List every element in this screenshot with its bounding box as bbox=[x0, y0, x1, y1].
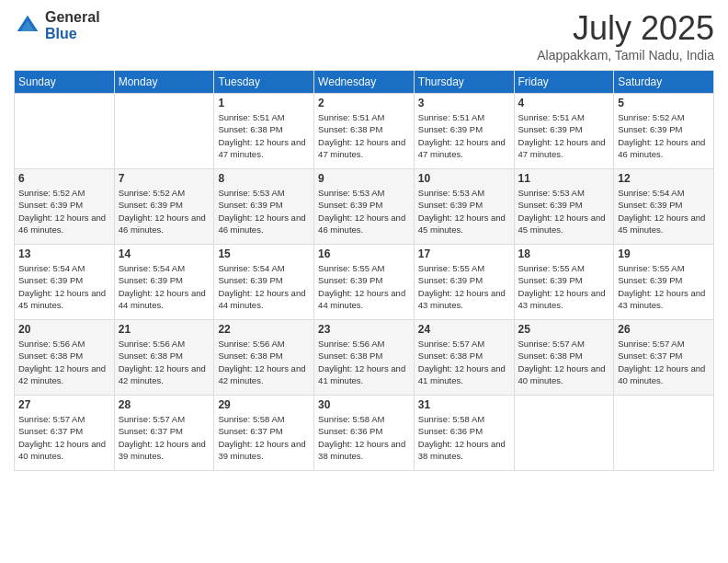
table-row: 1 Sunrise: 5:51 AMSunset: 6:38 PMDayligh… bbox=[214, 94, 314, 169]
day-number: 18 bbox=[518, 247, 610, 260]
location-subtitle: Alappakkam, Tamil Nadu, India bbox=[537, 48, 714, 63]
table-row: 19 Sunrise: 5:55 AMSunset: 6:39 PMDaylig… bbox=[614, 245, 714, 320]
logo-text: General Blue bbox=[45, 9, 100, 41]
table-row: 5 Sunrise: 5:52 AMSunset: 6:39 PMDayligh… bbox=[614, 94, 714, 169]
header-thursday: Thursday bbox=[414, 71, 514, 94]
day-number: 26 bbox=[618, 323, 710, 336]
day-info: Sunrise: 5:56 AMSunset: 6:38 PMDaylight:… bbox=[318, 338, 410, 386]
table-row: 3 Sunrise: 5:51 AMSunset: 6:39 PMDayligh… bbox=[414, 94, 514, 169]
table-row: 27 Sunrise: 5:57 AMSunset: 6:37 PMDaylig… bbox=[15, 396, 115, 471]
month-year-title: July 2025 bbox=[537, 9, 714, 48]
day-info: Sunrise: 5:54 AMSunset: 6:39 PMDaylight:… bbox=[218, 262, 310, 311]
day-info: Sunrise: 5:53 AMSunset: 6:39 PMDaylight:… bbox=[518, 187, 610, 236]
day-number: 7 bbox=[119, 172, 210, 185]
title-block: July 2025 Alappakkam, Tamil Nadu, India bbox=[537, 9, 714, 63]
day-info: Sunrise: 5:57 AMSunset: 6:38 PMDaylight:… bbox=[518, 338, 610, 386]
day-info: Sunrise: 5:55 AMSunset: 6:39 PMDaylight:… bbox=[318, 262, 410, 311]
table-row: 12 Sunrise: 5:54 AMSunset: 6:39 PMDaylig… bbox=[614, 169, 714, 245]
day-number: 19 bbox=[618, 247, 710, 260]
day-number: 8 bbox=[218, 172, 310, 185]
table-row: 24 Sunrise: 5:57 AMSunset: 6:38 PMDaylig… bbox=[414, 320, 514, 396]
day-number: 6 bbox=[18, 172, 110, 185]
table-row: 31 Sunrise: 5:58 AMSunset: 6:36 PMDaylig… bbox=[414, 396, 514, 471]
day-info: Sunrise: 5:54 AMSunset: 6:39 PMDaylight:… bbox=[618, 187, 710, 236]
table-row: 30 Sunrise: 5:58 AMSunset: 6:36 PMDaylig… bbox=[314, 396, 415, 471]
logo-blue-text: Blue bbox=[45, 26, 100, 42]
day-number: 13 bbox=[18, 247, 110, 260]
table-row: 2 Sunrise: 5:51 AMSunset: 6:38 PMDayligh… bbox=[314, 94, 415, 169]
day-number: 27 bbox=[18, 398, 110, 411]
day-number: 11 bbox=[518, 172, 610, 185]
day-info: Sunrise: 5:57 AMSunset: 6:37 PMDaylight:… bbox=[119, 413, 210, 462]
day-info: Sunrise: 5:51 AMSunset: 6:39 PMDaylight:… bbox=[518, 111, 610, 160]
day-number: 28 bbox=[119, 398, 210, 411]
calendar-page: General Blue July 2025 Alappakkam, Tamil… bbox=[0, 0, 728, 563]
day-info: Sunrise: 5:53 AMSunset: 6:39 PMDaylight:… bbox=[318, 187, 410, 236]
logo-icon bbox=[14, 12, 41, 40]
header-saturday: Saturday bbox=[614, 71, 714, 94]
header-sunday: Sunday bbox=[15, 71, 115, 94]
calendar-header-row: Sunday Monday Tuesday Wednesday Thursday… bbox=[15, 71, 714, 94]
day-info: Sunrise: 5:54 AMSunset: 6:39 PMDaylight:… bbox=[18, 262, 110, 311]
calendar-week-5: 27 Sunrise: 5:57 AMSunset: 6:37 PMDaylig… bbox=[15, 396, 714, 471]
table-row: 11 Sunrise: 5:53 AMSunset: 6:39 PMDaylig… bbox=[514, 169, 614, 245]
calendar-week-2: 6 Sunrise: 5:52 AMSunset: 6:39 PMDayligh… bbox=[15, 169, 714, 245]
day-info: Sunrise: 5:58 AMSunset: 6:36 PMDaylight:… bbox=[418, 413, 510, 462]
day-info: Sunrise: 5:54 AMSunset: 6:39 PMDaylight:… bbox=[119, 262, 210, 311]
table-row bbox=[614, 396, 714, 471]
table-row: 15 Sunrise: 5:54 AMSunset: 6:39 PMDaylig… bbox=[214, 245, 314, 320]
day-number: 12 bbox=[618, 172, 710, 185]
day-info: Sunrise: 5:56 AMSunset: 6:38 PMDaylight:… bbox=[119, 338, 210, 386]
day-info: Sunrise: 5:51 AMSunset: 6:39 PMDaylight:… bbox=[418, 111, 510, 160]
day-info: Sunrise: 5:53 AMSunset: 6:39 PMDaylight:… bbox=[418, 187, 510, 236]
day-info: Sunrise: 5:57 AMSunset: 6:37 PMDaylight:… bbox=[18, 413, 110, 462]
table-row: 10 Sunrise: 5:53 AMSunset: 6:39 PMDaylig… bbox=[414, 169, 514, 245]
header-tuesday: Tuesday bbox=[214, 71, 314, 94]
logo-general-text: General bbox=[45, 9, 100, 26]
day-info: Sunrise: 5:58 AMSunset: 6:36 PMDaylight:… bbox=[318, 413, 410, 462]
day-number: 20 bbox=[18, 323, 110, 336]
day-info: Sunrise: 5:56 AMSunset: 6:38 PMDaylight:… bbox=[218, 338, 310, 386]
table-row: 16 Sunrise: 5:55 AMSunset: 6:39 PMDaylig… bbox=[314, 245, 415, 320]
calendar-table: Sunday Monday Tuesday Wednesday Thursday… bbox=[14, 70, 714, 471]
day-info: Sunrise: 5:57 AMSunset: 6:38 PMDaylight:… bbox=[418, 338, 510, 386]
table-row bbox=[114, 94, 214, 169]
table-row: 29 Sunrise: 5:58 AMSunset: 6:37 PMDaylig… bbox=[214, 396, 314, 471]
table-row: 25 Sunrise: 5:57 AMSunset: 6:38 PMDaylig… bbox=[514, 320, 614, 396]
day-number: 29 bbox=[218, 398, 310, 411]
table-row: 13 Sunrise: 5:54 AMSunset: 6:39 PMDaylig… bbox=[15, 245, 115, 320]
day-number: 23 bbox=[318, 323, 410, 336]
table-row: 8 Sunrise: 5:53 AMSunset: 6:39 PMDayligh… bbox=[214, 169, 314, 245]
table-row: 26 Sunrise: 5:57 AMSunset: 6:37 PMDaylig… bbox=[614, 320, 714, 396]
table-row bbox=[514, 396, 614, 471]
table-row: 9 Sunrise: 5:53 AMSunset: 6:39 PMDayligh… bbox=[314, 169, 415, 245]
header-monday: Monday bbox=[114, 71, 214, 94]
table-row: 28 Sunrise: 5:57 AMSunset: 6:37 PMDaylig… bbox=[114, 396, 214, 471]
table-row: 18 Sunrise: 5:55 AMSunset: 6:39 PMDaylig… bbox=[514, 245, 614, 320]
day-number: 1 bbox=[218, 97, 310, 109]
day-number: 2 bbox=[318, 97, 410, 109]
day-info: Sunrise: 5:56 AMSunset: 6:38 PMDaylight:… bbox=[18, 338, 110, 386]
day-info: Sunrise: 5:58 AMSunset: 6:37 PMDaylight:… bbox=[218, 413, 310, 462]
day-number: 5 bbox=[618, 97, 710, 109]
header-friday: Friday bbox=[514, 71, 614, 94]
table-row: 14 Sunrise: 5:54 AMSunset: 6:39 PMDaylig… bbox=[114, 245, 214, 320]
table-row: 17 Sunrise: 5:55 AMSunset: 6:39 PMDaylig… bbox=[414, 245, 514, 320]
day-number: 3 bbox=[418, 97, 510, 109]
day-number: 24 bbox=[418, 323, 510, 336]
day-number: 9 bbox=[318, 172, 410, 185]
day-info: Sunrise: 5:52 AMSunset: 6:39 PMDaylight:… bbox=[618, 111, 710, 160]
calendar-week-1: 1 Sunrise: 5:51 AMSunset: 6:38 PMDayligh… bbox=[15, 94, 714, 169]
table-row: 23 Sunrise: 5:56 AMSunset: 6:38 PMDaylig… bbox=[314, 320, 415, 396]
table-row: 7 Sunrise: 5:52 AMSunset: 6:39 PMDayligh… bbox=[114, 169, 214, 245]
table-row: 21 Sunrise: 5:56 AMSunset: 6:38 PMDaylig… bbox=[114, 320, 214, 396]
day-number: 16 bbox=[318, 247, 410, 260]
day-number: 15 bbox=[218, 247, 310, 260]
table-row: 6 Sunrise: 5:52 AMSunset: 6:39 PMDayligh… bbox=[15, 169, 115, 245]
day-number: 14 bbox=[119, 247, 210, 260]
day-number: 22 bbox=[218, 323, 310, 336]
day-number: 25 bbox=[518, 323, 610, 336]
day-info: Sunrise: 5:51 AMSunset: 6:38 PMDaylight:… bbox=[218, 111, 310, 160]
day-number: 30 bbox=[318, 398, 410, 411]
header: General Blue July 2025 Alappakkam, Tamil… bbox=[14, 9, 714, 63]
